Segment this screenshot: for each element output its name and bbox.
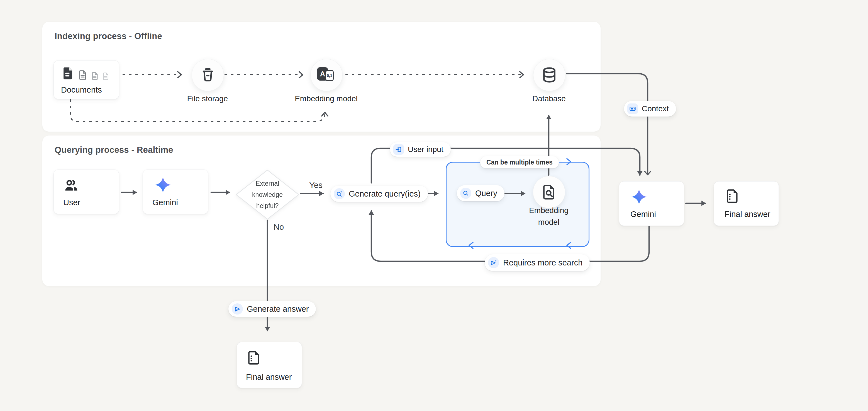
indexing-panel-title: Indexing process - Offline — [55, 31, 162, 41]
generate-queries-label: Generate query(ies) — [349, 189, 421, 199]
bucket-icon — [199, 66, 216, 84]
decision-text: External knowledge helpful? — [236, 170, 299, 220]
gemini-card-answer: Gemini — [619, 181, 684, 226]
decision-diamond: External knowledge helpful? — [236, 170, 299, 220]
documents-label: Documents — [61, 85, 102, 94]
user-label: User — [63, 198, 80, 207]
gemini-query-label: Gemini — [152, 198, 178, 207]
summary-document-icon — [246, 350, 261, 365]
final-answer-card-right: Final answer — [714, 181, 779, 226]
summary-document-icon — [724, 188, 740, 204]
file-storage-node — [192, 59, 224, 91]
gemini-star-icon — [630, 188, 648, 206]
query-pill: Query — [457, 185, 504, 201]
requires-more-search-label: Requires more search — [503, 258, 583, 267]
embedding-icon-digits: 0,1 — [326, 70, 334, 81]
context-badge: Context — [624, 101, 676, 117]
user-input-label: User input — [408, 145, 443, 154]
search-icon — [460, 188, 471, 199]
send-sparkle-icon — [488, 257, 499, 268]
gemini-card-query: Gemini — [143, 170, 208, 214]
generate-queries-pill: Generate query(ies) — [330, 186, 428, 202]
gemini-answer-label: Gemini — [630, 210, 656, 219]
context-label: Context — [642, 104, 669, 113]
send-icon — [232, 303, 243, 315]
database-label: Database — [504, 94, 594, 103]
embedding-model-offline-label: Embedding model — [282, 94, 371, 103]
context-field-icon — [627, 104, 638, 114]
user-card: User — [54, 170, 119, 214]
rag-architecture-diagram: Indexing process - Offline Querying proc… — [0, 0, 868, 411]
retrieval-loop-box — [446, 162, 589, 247]
generate-answer-label: Generate answer — [247, 304, 309, 314]
input-icon — [393, 144, 404, 155]
documents-icon — [61, 66, 110, 81]
no-label: No — [274, 223, 284, 232]
search-sparkle-icon — [334, 188, 345, 199]
embedding-model-realtime-node — [533, 176, 565, 208]
final-answer-right-label: Final answer — [724, 210, 770, 219]
can-be-multiple-times-tag: Can be multiple times — [480, 156, 559, 169]
file-storage-label: File storage — [163, 94, 252, 103]
final-answer-bottom-label: Final answer — [246, 373, 292, 382]
can-be-multiple-times-label: Can be multiple times — [486, 159, 553, 166]
document-search-icon — [541, 184, 557, 201]
querying-panel-title: Querying process - Realtime — [55, 145, 173, 155]
user-input-badge: User input — [390, 142, 451, 157]
yes-label: Yes — [307, 181, 325, 190]
final-answer-card-bottom: Final answer — [237, 342, 302, 388]
embedding-model-icon: A 0,1 — [316, 67, 337, 83]
generate-answer-badge: Generate answer — [228, 301, 316, 317]
embedding-model-realtime-label: Embedding model — [518, 205, 580, 228]
database-node — [533, 59, 565, 91]
gemini-star-icon — [154, 176, 172, 194]
users-icon — [63, 178, 80, 194]
embedding-model-offline-node: A 0,1 — [310, 59, 343, 91]
requires-more-search-badge: Requires more search — [485, 254, 590, 271]
documents-card: Documents — [54, 60, 119, 99]
database-icon — [540, 66, 558, 84]
query-label: Query — [475, 189, 497, 198]
